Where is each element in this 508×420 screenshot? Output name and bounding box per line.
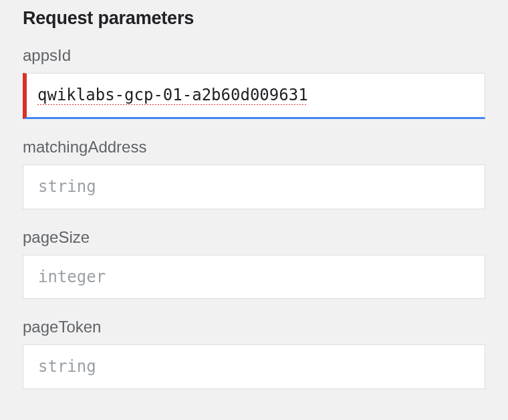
appsid-input[interactable]	[23, 73, 485, 119]
param-input-wrap	[23, 344, 485, 389]
param-group-pagetoken: pageToken	[23, 318, 485, 389]
param-label-pagetoken: pageToken	[23, 318, 485, 336]
param-label-pagesize: pageSize	[23, 228, 485, 247]
pagesize-input[interactable]	[23, 255, 485, 300]
param-input-wrap	[23, 165, 485, 209]
pagetoken-input[interactable]	[23, 344, 485, 389]
param-label-appsid: appsId	[23, 46, 485, 65]
param-label-matchingaddress: matchingAddress	[23, 138, 485, 156]
request-parameters-panel: Request parameters appsId matchingAddres…	[0, 0, 508, 389]
param-input-wrap	[23, 255, 485, 300]
param-group-matchingaddress: matchingAddress	[23, 138, 485, 209]
param-group-appsid: appsId	[23, 46, 485, 119]
section-title: Request parameters	[23, 8, 485, 29]
matchingaddress-input[interactable]	[23, 165, 485, 209]
param-group-pagesize: pageSize	[23, 228, 485, 300]
param-input-wrap	[23, 73, 485, 119]
